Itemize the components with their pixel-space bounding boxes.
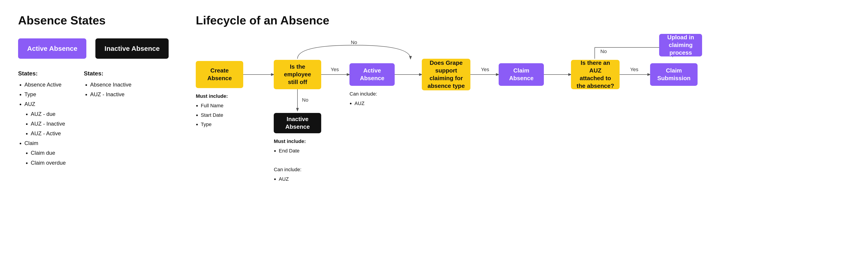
create-absence-node: Create Absence: [196, 61, 243, 88]
active-state-sub-item: Claim due: [31, 148, 66, 158]
active-absence-badge: Active Absence: [18, 38, 86, 59]
svg-text:Yes: Yes: [481, 67, 489, 72]
claim-submission-node: Claim Submission: [650, 63, 698, 86]
lifecycle-panel: Lifecycle of an Absence Yes Yes Yes: [196, 13, 851, 194]
state-details: States: Absence Active Type AUZ AUZ - du…: [18, 70, 168, 168]
claim-absence-node: Claim Absence: [499, 63, 544, 86]
inactive-absence-badge: Inactive Absence: [95, 38, 168, 59]
svg-text:No: No: [302, 97, 308, 103]
active-state-sub-item: AUZ - Inactive: [31, 119, 66, 129]
active-state-item: Absence Active: [24, 80, 66, 90]
upload-node: Upload in claiming process: [659, 34, 702, 57]
active-states-heading: States:: [18, 70, 66, 77]
lifecycle-title: Lifecycle of an Absence: [196, 13, 851, 27]
inactive-state-column: States: Absence Inactive AUZ - Inactive: [84, 70, 131, 168]
create-absence-annotation: Must include: Full Name Start Date Type: [196, 92, 228, 129]
active-state-sub-item: AUZ - due: [31, 109, 66, 119]
is-still-off-node: Is the employee still off: [274, 60, 321, 89]
grape-support-node: Does Grape support claiming for absence …: [422, 59, 470, 90]
active-state-sub-item: Claim overdue: [31, 158, 66, 168]
page-layout: Absence States Active Absence Inactive A…: [18, 13, 850, 194]
active-state-item: AUZ AUZ - due AUZ - Inactive AUZ - Activ…: [24, 99, 66, 138]
auz-attached-node: Is there an AUZ attached to the absence?: [571, 60, 620, 89]
absence-states-panel: Absence States Active Absence Inactive A…: [18, 13, 168, 168]
absence-states-title: Absence States: [18, 13, 168, 27]
state-badges: Active Absence Inactive Absence: [18, 38, 168, 59]
svg-text:Yes: Yes: [630, 67, 638, 72]
active-state-sub-item: AUZ - Active: [31, 129, 66, 138]
svg-text:Yes: Yes: [331, 67, 339, 72]
active-state-item: Type: [24, 90, 66, 99]
flow-diagram: Yes Yes Yes No No: [196, 41, 851, 194]
active-absence-annotation: Can include: AUZ: [349, 89, 377, 108]
inactive-states-heading: States:: [84, 70, 131, 77]
active-states-list: Absence Active Type AUZ AUZ - due AUZ - …: [18, 80, 66, 168]
inactive-absence-node: Inactive Absence: [274, 113, 321, 133]
active-absence-node: Active Absence: [349, 63, 395, 86]
svg-text:No: No: [600, 49, 607, 54]
active-state-column: States: Absence Active Type AUZ AUZ - du…: [18, 70, 66, 168]
inactive-states-list: Absence Inactive AUZ - Inactive: [84, 80, 131, 99]
svg-text:No: No: [351, 39, 357, 45]
inactive-state-item: Absence Inactive: [90, 80, 131, 90]
active-state-item: Claim Claim due Claim overdue: [24, 138, 66, 168]
inactive-absence-annotation: Must include: End Date Can include: AUZ: [274, 137, 306, 184]
inactive-state-item: AUZ - Inactive: [90, 90, 131, 99]
